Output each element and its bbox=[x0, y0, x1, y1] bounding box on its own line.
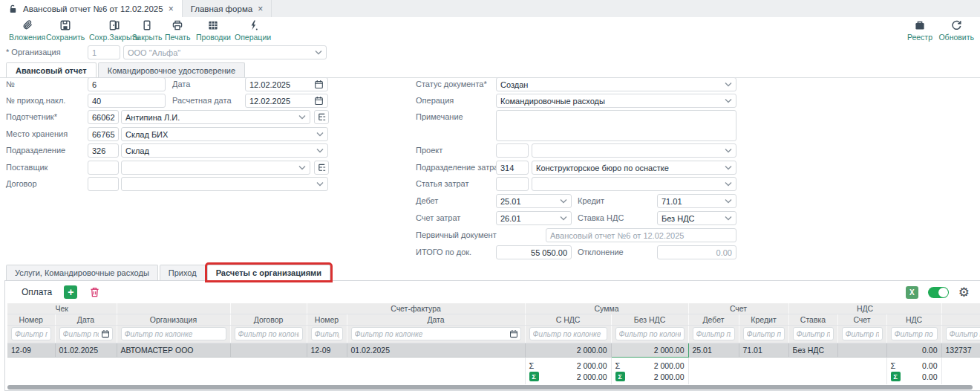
col-with-vat[interactable]: С НДС bbox=[525, 314, 611, 325]
filter-input[interactable] bbox=[693, 327, 735, 340]
postings-button[interactable]: Проводки bbox=[196, 19, 231, 42]
cell-invoice-date[interactable]: 01.02.2025 bbox=[347, 343, 525, 357]
col-without-vat[interactable]: Без НДС bbox=[611, 314, 688, 325]
filter-input[interactable] bbox=[121, 327, 226, 340]
tab-income[interactable]: Приход bbox=[160, 265, 206, 280]
col-vat[interactable]: НДС bbox=[886, 314, 941, 325]
cost-item-select[interactable] bbox=[532, 177, 736, 191]
date-field[interactable]: 12.02.2025 bbox=[245, 77, 328, 91]
col-credit[interactable]: Кредит bbox=[739, 314, 788, 325]
filter-input[interactable] bbox=[529, 327, 607, 340]
close-button[interactable]: Закрыть bbox=[132, 19, 162, 42]
col-invoice-number[interactable]: Номер bbox=[307, 314, 347, 325]
receipt-number-field[interactable]: 40 bbox=[88, 94, 166, 108]
filter-input[interactable] bbox=[743, 327, 785, 340]
number-field[interactable]: 6 bbox=[88, 77, 166, 91]
calc-date-field[interactable]: 12.02.2025 bbox=[245, 94, 328, 108]
cost-department-select[interactable]: Конструкторское бюро по оснастке bbox=[532, 161, 736, 175]
accountable-select[interactable]: Антипина Л.И. bbox=[121, 110, 310, 124]
save-button[interactable]: Сохранить bbox=[46, 19, 85, 42]
cell-check-date[interactable]: 01.02.2025 bbox=[55, 343, 117, 357]
col-check-number[interactable]: Номер bbox=[7, 314, 55, 325]
refresh-button[interactable]: Обновить bbox=[938, 19, 974, 42]
tab-services-travel-expenses[interactable]: Услуги, Командировочные расходы bbox=[6, 265, 158, 280]
cell-without-vat-focused[interactable]: 2 000.00 bbox=[611, 343, 688, 357]
col-invoice-date[interactable]: Дата bbox=[347, 314, 525, 325]
operations-button[interactable]: Операции bbox=[235, 19, 271, 42]
filter-input[interactable] bbox=[615, 327, 685, 340]
organization-code-field[interactable]: 1 bbox=[88, 45, 120, 59]
cell-debit[interactable]: 25.01 bbox=[688, 343, 739, 357]
tab-advance-report[interactable]: Авансовый отчет bbox=[6, 62, 97, 77]
total-field[interactable]: 55 050.00 bbox=[496, 245, 572, 259]
project-code-field[interactable] bbox=[496, 143, 529, 158]
col-organization[interactable]: Организация bbox=[117, 314, 230, 325]
window-tab-report[interactable]: Авансовый отчет №6 от 12.02.2025 × bbox=[0, 0, 183, 17]
calendar-icon[interactable] bbox=[101, 329, 110, 338]
attachments-button[interactable]: Вложения bbox=[9, 19, 45, 42]
filter-input[interactable] bbox=[235, 327, 303, 340]
credit-select[interactable]: 71.01 bbox=[657, 194, 736, 208]
col-account[interactable]: Счет bbox=[837, 314, 886, 325]
status-select[interactable]: Создан bbox=[496, 77, 736, 91]
cell-credit[interactable]: 71.01 bbox=[739, 343, 788, 357]
vat-rate-select[interactable]: Без НДС bbox=[657, 211, 736, 225]
contract-code-field[interactable] bbox=[88, 177, 119, 191]
department-code-field[interactable]: 326 bbox=[88, 143, 119, 158]
close-tab-icon[interactable]: × bbox=[169, 4, 174, 13]
cell-code[interactable]: 132737 bbox=[941, 343, 980, 357]
cell-account[interactable] bbox=[837, 343, 886, 357]
cell-contract[interactable] bbox=[230, 343, 307, 357]
supplier-select[interactable] bbox=[121, 161, 310, 175]
contract-select[interactable] bbox=[121, 177, 328, 191]
col-code[interactable]: Код ст bbox=[941, 314, 980, 325]
storage-code-field[interactable]: 66765 bbox=[88, 127, 119, 141]
filter-input[interactable] bbox=[11, 327, 51, 340]
calendar-icon[interactable] bbox=[314, 80, 324, 89]
calendar-icon[interactable] bbox=[509, 329, 518, 338]
storage-select[interactable]: Склад БИХ bbox=[121, 127, 328, 141]
tab-settlements-with-organizations[interactable]: Расчеты с организациями bbox=[207, 265, 330, 280]
filter-input[interactable] bbox=[793, 327, 834, 340]
cell-invoice-number[interactable]: 12-09 bbox=[307, 343, 347, 357]
close-tab-icon[interactable]: × bbox=[258, 4, 263, 13]
horizontal-scrollbar[interactable] bbox=[7, 385, 973, 390]
calendar-icon[interactable] bbox=[314, 96, 324, 106]
cost-account-select[interactable]: 26.01 bbox=[496, 211, 572, 225]
table-row-selected[interactable]: 12-09 01.02.2025 АВТОМАСТЕР ООО 12-09 01… bbox=[7, 343, 980, 357]
operation-select[interactable]: Командировочные расходы bbox=[496, 94, 736, 108]
gear-icon[interactable]: ⚙ bbox=[958, 286, 970, 299]
supplier-code-field[interactable] bbox=[88, 161, 119, 175]
col-check-date[interactable]: Дата bbox=[55, 314, 117, 325]
accountable-code-field[interactable]: 66062 bbox=[88, 110, 119, 124]
filter-input[interactable] bbox=[842, 327, 883, 340]
col-rate[interactable]: Ставка bbox=[788, 314, 837, 325]
filter-input[interactable] bbox=[891, 327, 938, 340]
cell-with-vat[interactable]: 2 000.00 bbox=[525, 343, 611, 357]
department-select[interactable]: Склад bbox=[121, 143, 328, 158]
cost-department-code-field[interactable]: 314 bbox=[496, 161, 529, 175]
excel-export-button[interactable]: X bbox=[906, 286, 918, 299]
accountable-tree-button[interactable] bbox=[314, 110, 329, 124]
cell-rate[interactable]: Без НДС bbox=[788, 343, 837, 357]
col-debit[interactable]: Дебет bbox=[688, 314, 739, 325]
tab-travel-certificate[interactable]: Командировочное удостоверение bbox=[98, 62, 245, 77]
note-textarea[interactable] bbox=[496, 110, 736, 141]
project-select[interactable] bbox=[532, 143, 736, 158]
cost-item-code-field[interactable] bbox=[496, 177, 529, 191]
organization-select[interactable]: ООО "Альфа" bbox=[123, 45, 327, 59]
col-contract[interactable]: Договор bbox=[230, 314, 307, 325]
supplier-tree-button[interactable] bbox=[314, 161, 329, 175]
add-row-button[interactable]: + bbox=[64, 285, 77, 299]
debit-select[interactable]: 25.01 bbox=[496, 194, 572, 208]
filter-input[interactable] bbox=[311, 327, 343, 340]
filter-input[interactable] bbox=[351, 327, 521, 340]
cell-check-number[interactable]: 12-09 bbox=[7, 343, 55, 357]
filter-toggle[interactable] bbox=[928, 287, 949, 298]
filter-input[interactable] bbox=[946, 327, 980, 340]
window-tab-main-form[interactable]: Главная форма × bbox=[183, 0, 272, 17]
registry-button[interactable]: Реестр bbox=[907, 19, 932, 42]
cell-organization[interactable]: АВТОМАСТЕР ООО bbox=[117, 343, 230, 357]
cell-vat[interactable]: 0.00 bbox=[886, 343, 941, 357]
print-button[interactable]: Печать bbox=[165, 19, 190, 42]
